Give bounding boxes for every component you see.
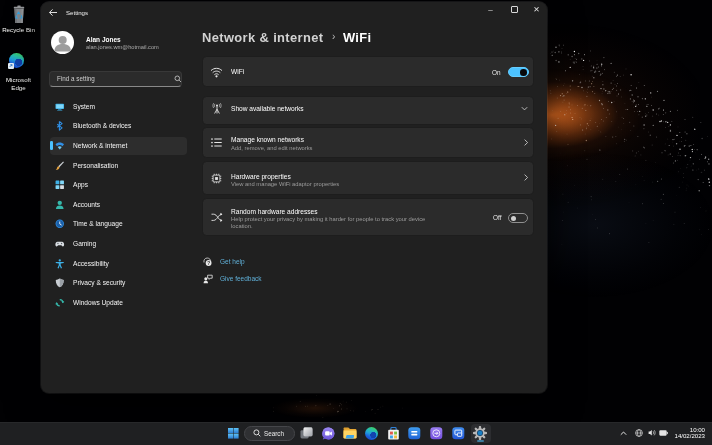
svg-text:?: ? bbox=[207, 261, 210, 266]
